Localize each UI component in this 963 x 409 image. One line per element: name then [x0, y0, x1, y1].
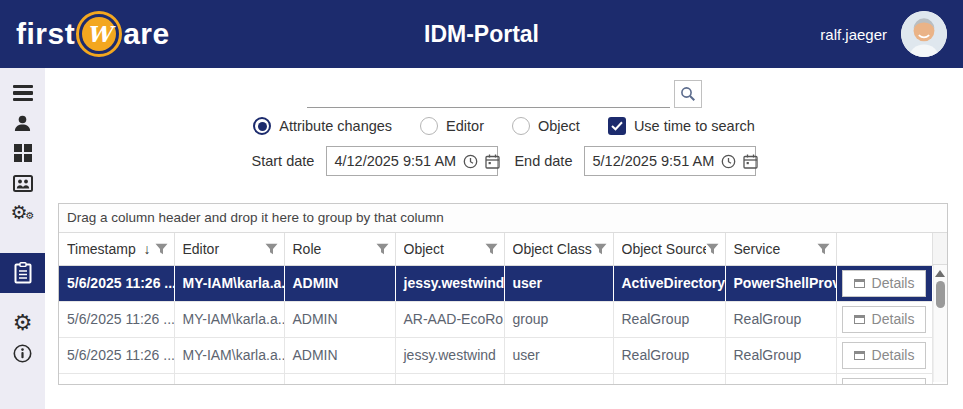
filter-icon[interactable]	[706, 243, 719, 255]
radio-editor[interactable]: Editor	[420, 117, 484, 135]
cell-editor: MY-IAM\karla.a...	[174, 373, 284, 385]
search-button[interactable]	[674, 80, 702, 108]
cell-object_source: RealGroup	[613, 301, 725, 337]
filter-icon[interactable]	[594, 243, 607, 255]
end-time-picker-button[interactable]	[721, 154, 736, 169]
radio-label: Object	[538, 118, 580, 134]
vertical-scrollbar[interactable]	[933, 233, 948, 382]
cell-object_class: user	[504, 373, 613, 385]
radio-label: Editor	[446, 118, 484, 134]
start-date-label: Start date	[252, 153, 315, 169]
end-date-field[interactable]: 5/12/2025 9:51 AM	[584, 146, 756, 176]
cell-role: ADMIN	[284, 373, 395, 385]
cell-editor: MY-IAM\karla.a...	[174, 301, 284, 337]
filter-icon[interactable]	[155, 243, 168, 255]
cell-editor: MY-IAM\karla.a...	[174, 337, 284, 373]
avatar[interactable]	[901, 11, 947, 57]
search-input[interactable]	[307, 82, 670, 108]
cell-object_source: ActiveDirectory	[613, 265, 725, 301]
window-icon	[854, 315, 865, 324]
username[interactable]: ralf.jaeger	[820, 26, 887, 43]
column-header-object[interactable]: Object	[395, 233, 504, 265]
filter-icon[interactable]	[265, 243, 278, 255]
sidebar-item-dashboard[interactable]	[0, 138, 45, 168]
sidebar-item-settings[interactable]: ⚙	[0, 308, 45, 338]
checkbox-use-time[interactable]: Use time to search	[608, 117, 755, 135]
search-icon	[680, 86, 696, 102]
table-row[interactable]: 5/6/2025 11:26 ...MY-IAM\karla.a...ADMIN…	[59, 337, 932, 373]
cell-service: RealGroup	[725, 301, 836, 337]
app-header: first W are IDM-Portal ralf.jaeger	[0, 0, 963, 68]
details-button[interactable]: Details	[842, 342, 926, 369]
column-header-service[interactable]: Service	[725, 233, 836, 265]
start-date-field[interactable]: 4/12/2025 9:51 AM	[326, 146, 498, 176]
radio-attribute-changes[interactable]: Attribute changes	[253, 117, 392, 135]
cell-service: RealGroup	[725, 337, 836, 373]
end-date-picker-button[interactable]	[743, 154, 758, 169]
start-time-picker-button[interactable]	[463, 154, 478, 169]
main-content: Attribute changes Editor Object Use time…	[45, 68, 963, 409]
start-date-value[interactable]: 4/12/2025 9:51 AM	[334, 153, 456, 169]
cell-details: Details	[836, 301, 932, 337]
avatar-face-icon	[901, 11, 947, 57]
checkbox-checked-icon	[608, 117, 626, 135]
date-row: Start date 4/12/2025 9:51 AM	[45, 146, 963, 176]
sidebar-item-menu[interactable]	[0, 78, 45, 108]
column-header-role[interactable]: Role	[284, 233, 395, 265]
logo-text-are: are	[123, 17, 170, 51]
table-row[interactable]: 5/6/2025 11:26 ...MY-IAM\karla.a...ADMIN…	[59, 373, 932, 385]
radio-button-icon	[512, 117, 530, 135]
start-date-picker-button[interactable]	[485, 154, 500, 169]
cell-service: PowerShellProv...	[725, 265, 836, 301]
group-by-drop-zone[interactable]: Drag a column header and drop it here to…	[59, 204, 947, 233]
column-header-object_class[interactable]: Object Class	[504, 233, 613, 265]
table-row[interactable]: 5/6/2025 11:26 ...MY-IAM\karla.a...ADMIN…	[59, 301, 932, 337]
table-row[interactable]: 5/6/2025 11:26 ...MY-IAM\karla.a...ADMIN…	[59, 265, 932, 301]
details-button[interactable]: Details	[842, 270, 926, 297]
sidebar-item-info[interactable]	[0, 338, 45, 368]
column-header-object_source[interactable]: Object Source	[613, 233, 725, 265]
filter-icon[interactable]	[817, 243, 830, 255]
filter-icon[interactable]	[485, 243, 498, 255]
scroll-up-arrow-icon[interactable]	[935, 270, 945, 277]
results-grid: Drag a column header and drop it here to…	[58, 203, 948, 385]
column-header-timestamp[interactable]: Timestamp↓	[59, 233, 174, 265]
checkbox-label: Use time to search	[634, 118, 755, 134]
page-title: IDM-Portal	[424, 21, 539, 48]
cell-timestamp: 5/6/2025 11:26 ...	[59, 337, 174, 373]
sidebar-item-groups[interactable]	[0, 168, 45, 198]
clipboard-icon	[14, 262, 32, 284]
sidebar-item-logs[interactable]	[0, 253, 45, 293]
filter-icon[interactable]	[376, 243, 389, 255]
details-button[interactable]: Details	[842, 378, 926, 386]
column-header-editor[interactable]: Editor	[174, 233, 284, 265]
hamburger-menu-icon	[13, 85, 33, 102]
cell-object_source: RealGroup	[613, 337, 725, 373]
sort-desc-icon: ↓	[144, 241, 151, 257]
details-button[interactable]: Details	[842, 306, 926, 333]
scrollbar-thumb[interactable]	[936, 281, 945, 308]
sidebar: ⚙⚙ ⚙	[0, 68, 45, 409]
cell-timestamp: 5/6/2025 11:26 ...	[59, 265, 174, 301]
window-users-icon	[13, 175, 33, 192]
cell-object: jessy.westwind	[395, 265, 504, 301]
column-header-details	[836, 233, 932, 265]
end-date-label: End date	[514, 153, 572, 169]
filter-row: Attribute changes Editor Object Use time…	[45, 116, 963, 136]
sidebar-item-users[interactable]	[0, 108, 45, 138]
clock-icon	[721, 154, 736, 169]
logo-text-first: first	[16, 17, 75, 51]
cell-timestamp: 5/6/2025 11:26 ...	[59, 301, 174, 337]
window-icon	[854, 351, 865, 360]
cell-object_source: ActiveDirectory	[613, 373, 725, 385]
sidebar-item-automation[interactable]: ⚙⚙	[0, 198, 45, 228]
firstware-logo: first W are	[16, 11, 170, 57]
cell-service: PowerShellProv...	[725, 373, 836, 385]
end-date-value[interactable]: 5/12/2025 9:51 AM	[592, 153, 714, 169]
gears-icon: ⚙⚙	[10, 203, 34, 223]
radio-object[interactable]: Object	[512, 117, 580, 135]
scrollbar-track[interactable]	[933, 265, 948, 382]
cell-role: ADMIN	[284, 265, 395, 301]
cell-object_class: user	[504, 337, 613, 373]
table-body: 5/6/2025 11:26 ...MY-IAM\karla.a...ADMIN…	[59, 265, 932, 385]
